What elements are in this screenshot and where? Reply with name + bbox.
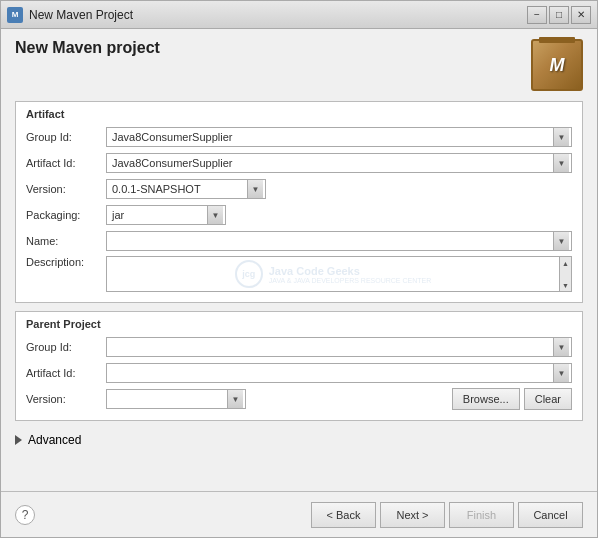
parent-artifact-id-select[interactable]: ▼ — [106, 363, 572, 383]
clear-button[interactable]: Clear — [524, 388, 572, 410]
name-label: Name: — [26, 235, 106, 247]
parent-artifact-id-label: Artifact Id: — [26, 367, 106, 379]
window-title: New Maven Project — [29, 8, 527, 22]
packaging-value: jar — [109, 209, 207, 221]
parent-section-title: Parent Project — [26, 318, 572, 330]
advanced-expand-icon — [15, 435, 22, 445]
parent-group-id-arrow[interactable]: ▼ — [553, 338, 569, 356]
version-select[interactable]: 0.0.1-SNAPSHOT ▼ — [106, 179, 266, 199]
artifact-id-value: Java8ConsumerSupplier — [109, 157, 553, 169]
watermark-circle: jcg — [235, 260, 263, 288]
window: M New Maven Project − □ ✕ New Maven proj… — [0, 0, 598, 538]
help-button[interactable]: ? — [15, 505, 35, 525]
maven-logo-text: M — [550, 55, 565, 76]
window-icon: M — [7, 7, 23, 23]
parent-group-id-label: Group Id: — [26, 341, 106, 353]
finish-button[interactable]: Finish — [449, 502, 514, 528]
window-controls: − □ ✕ — [527, 6, 591, 24]
parent-artifact-id-row: Artifact Id: ▼ — [26, 362, 572, 384]
group-id-label: Group Id: — [26, 131, 106, 143]
maximize-button[interactable]: □ — [549, 6, 569, 24]
description-label: Description: — [26, 256, 106, 268]
next-button[interactable]: Next > — [380, 502, 445, 528]
back-button[interactable]: < Back — [311, 502, 376, 528]
parent-version-select[interactable]: ▼ — [106, 389, 246, 409]
description-field[interactable]: jcg Java Code Geeks JAVA & JAVA DEVELOPE… — [106, 256, 572, 292]
group-id-row: Group Id: Java8ConsumerSupplier ▼ — [26, 126, 572, 148]
artifact-id-dropdown-arrow[interactable]: ▼ — [553, 154, 569, 172]
packaging-select[interactable]: jar ▼ — [106, 205, 226, 225]
watermark-circle-text: jcg — [242, 269, 255, 279]
artifact-section-title: Artifact — [26, 108, 572, 120]
maven-logo: M — [531, 39, 583, 91]
browse-button[interactable]: Browse... — [452, 388, 520, 410]
parent-version-arrow[interactable]: ▼ — [227, 390, 243, 408]
artifact-id-select[interactable]: Java8ConsumerSupplier ▼ — [106, 153, 572, 173]
watermark-container: jcg Java Code Geeks JAVA & JAVA DEVELOPE… — [107, 257, 559, 291]
watermark-text-block: Java Code Geeks JAVA & JAVA DEVELOPERS R… — [269, 265, 431, 284]
advanced-label: Advanced — [28, 433, 81, 447]
description-scrollbar: ▲ ▼ — [559, 257, 571, 291]
scroll-up-button[interactable]: ▲ — [560, 257, 572, 269]
packaging-label: Packaging: — [26, 209, 106, 221]
parent-project-section: Parent Project Group Id: ▼ Artifact Id: … — [15, 311, 583, 421]
packaging-dropdown-arrow[interactable]: ▼ — [207, 206, 223, 224]
advanced-row[interactable]: Advanced — [15, 429, 583, 451]
artifact-id-row: Artifact Id: Java8ConsumerSupplier ▼ — [26, 152, 572, 174]
minimize-button[interactable]: − — [527, 6, 547, 24]
version-value: 0.0.1-SNAPSHOT — [109, 183, 247, 195]
page-title: New Maven project — [15, 39, 160, 57]
scroll-down-button[interactable]: ▼ — [560, 279, 572, 291]
page-header: New Maven project M — [15, 39, 583, 91]
version-row: Version: 0.0.1-SNAPSHOT ▼ — [26, 178, 572, 200]
parent-version-row: Version: ▼ Browse... Clear — [26, 388, 572, 410]
version-label: Version: — [26, 183, 106, 195]
cancel-button[interactable]: Cancel — [518, 502, 583, 528]
artifact-id-label: Artifact Id: — [26, 157, 106, 169]
name-row: Name: ▼ — [26, 230, 572, 252]
parent-group-id-row: Group Id: ▼ — [26, 336, 572, 358]
version-dropdown-arrow[interactable]: ▼ — [247, 180, 263, 198]
group-id-dropdown-arrow[interactable]: ▼ — [553, 128, 569, 146]
group-id-value: Java8ConsumerSupplier — [109, 131, 553, 143]
watermark: jcg Java Code Geeks JAVA & JAVA DEVELOPE… — [235, 260, 431, 288]
group-id-select[interactable]: Java8ConsumerSupplier ▼ — [106, 127, 572, 147]
parent-version-label: Version: — [26, 393, 106, 405]
title-bar: M New Maven Project − □ ✕ — [1, 1, 597, 29]
parent-artifact-id-arrow[interactable]: ▼ — [553, 364, 569, 382]
watermark-sub-text: JAVA & JAVA DEVELOPERS RESOURCE CENTER — [269, 277, 431, 284]
close-button[interactable]: ✕ — [571, 6, 591, 24]
packaging-row: Packaging: jar ▼ — [26, 204, 572, 226]
name-dropdown-arrow[interactable]: ▼ — [553, 232, 569, 250]
bottom-bar: ? < Back Next > Finish Cancel — [1, 491, 597, 537]
name-select[interactable]: ▼ — [106, 231, 572, 251]
artifact-section: Artifact Group Id: Java8ConsumerSupplier… — [15, 101, 583, 303]
dialog-content: New Maven project M Artifact Group Id: J… — [1, 29, 597, 491]
dialog-buttons: < Back Next > Finish Cancel — [311, 502, 583, 528]
description-row: Description: jcg Java Code Geeks JAVA & … — [26, 256, 572, 292]
watermark-main-text: Java Code Geeks — [269, 265, 431, 277]
parent-group-id-select[interactable]: ▼ — [106, 337, 572, 357]
